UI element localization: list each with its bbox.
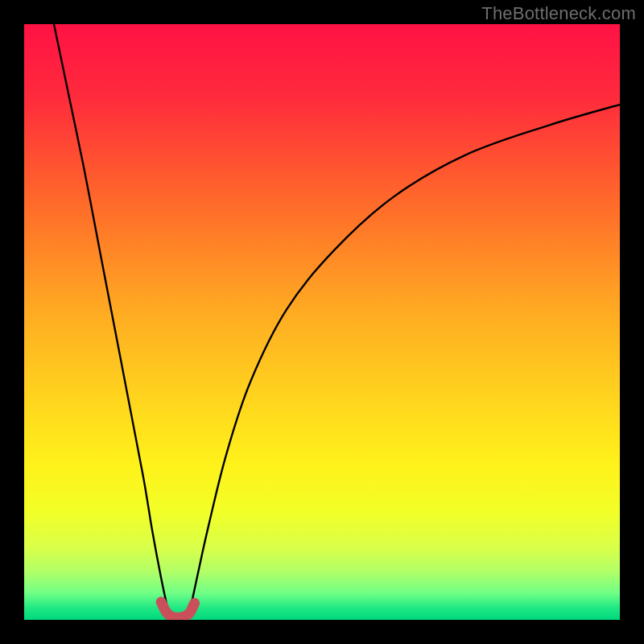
chart-frame: TheBottleneck.com [0,0,644,644]
watermark-text: TheBottleneck.com [481,3,636,24]
curve-left-branch [54,24,170,620]
curve-bottom-marker [161,602,194,617]
curve-right-branch [188,105,621,620]
curve-layer [24,24,620,620]
plot-area [24,24,620,620]
